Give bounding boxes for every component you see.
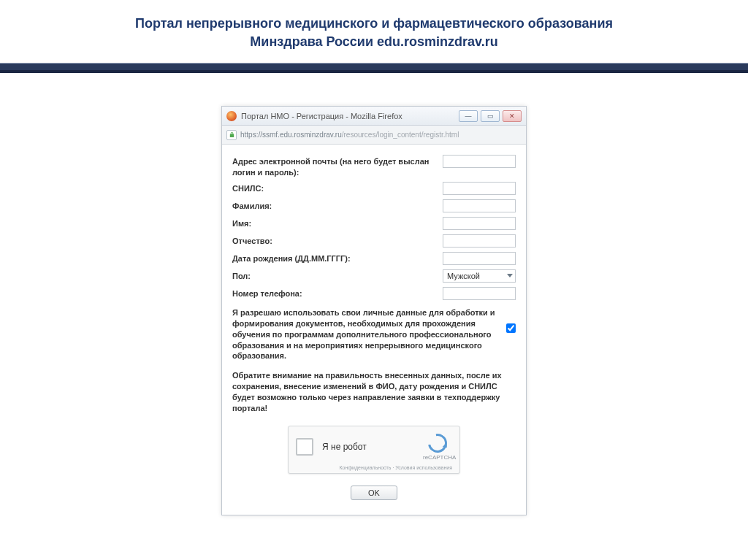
header-bar [0,63,748,73]
gender-value: Мужской [447,272,480,280]
page-title-line1: Портал непрерывного медицинского и фарма… [29,15,719,33]
email-label: Адрес электронной почты (на него будет в… [232,155,437,177]
row-lastname: Фамилия: [232,199,516,212]
recaptcha-icon [424,429,451,456]
email-input[interactable] [443,155,516,168]
recaptcha-checkbox[interactable] [296,438,313,456]
address-bar[interactable]: https://ssmf.edu.rosminzdrav.ru/resource… [222,126,526,145]
firstname-label: Имя: [232,217,437,229]
dob-label: Дата рождения (ДД.ММ.ГГГГ): [232,252,437,264]
window-titlebar[interactable]: Портал НМО - Регистрация - Mozilla Firef… [222,107,526,126]
dob-input[interactable] [443,252,516,265]
recaptcha-links[interactable]: Конфиденциальность · Условия использован… [296,465,452,470]
gender-label: Пол: [232,269,437,281]
patronymic-input[interactable] [443,234,516,248]
row-phone: Номер телефона: [232,287,516,300]
firefox-icon [226,111,237,121]
consent-checkbox[interactable] [506,323,516,333]
minimize-button[interactable]: — [459,110,478,122]
lastname-label: Фамилия: [232,199,437,211]
recaptcha-label: Я не робот [322,442,414,452]
recaptcha-brand: reCAPTCHA [423,454,452,461]
row-gender: Пол: Мужской [232,269,516,283]
padlock-icon [226,130,237,140]
consent-text: Я разрешаю использовать свои личные данн… [232,307,500,361]
page-title-line2: Минздрава России edu.rosminzdrav.ru [29,33,719,51]
row-dob: Дата рождения (ДД.ММ.ГГГГ): [232,252,516,265]
url-text: https://ssmf.edu.rosminzdrav.ru/resource… [240,131,522,139]
form-content: Адрес электронной почты (на него будет в… [222,145,526,514]
close-button[interactable]: ✕ [503,110,522,122]
browser-window: Портал НМО - Регистрация - Mozilla Firef… [221,106,527,515]
page-title: Портал непрерывного медицинского и фарма… [0,0,748,58]
warning-note: Обратите внимание на правильность внесен… [232,370,516,413]
snils-input[interactable] [443,182,516,195]
row-consent: Я разрешаю использовать свои личные данн… [232,307,516,361]
phone-label: Номер телефона: [232,287,437,299]
url-path: /resources/login_content/registr.html [342,131,459,139]
row-snils: СНИЛС: [232,182,516,195]
patronymic-label: Отчество: [232,234,437,246]
window-controls: — ▭ ✕ [459,110,522,122]
ok-button[interactable]: OK [351,486,397,500]
url-host: https://ssmf.edu.rosminzdrav.ru [240,131,342,139]
phone-input[interactable] [443,287,516,300]
recaptcha-logo: reCAPTCHA [423,434,452,461]
firstname-input[interactable] [443,217,516,230]
row-patronymic: Отчество: [232,234,516,248]
chevron-down-icon [507,274,513,277]
row-firstname: Имя: [232,217,516,230]
recaptcha-widget: Я не робот reCAPTCHA Конфиденциальность … [288,426,460,474]
snils-label: СНИЛС: [232,182,437,193]
gender-select[interactable]: Мужской [443,269,516,283]
lastname-input[interactable] [443,199,516,212]
maximize-button[interactable]: ▭ [481,110,500,122]
window-title: Портал НМО - Регистрация - Mozilla Firef… [241,112,459,120]
row-email: Адрес электронной почты (на него будет в… [232,155,516,177]
